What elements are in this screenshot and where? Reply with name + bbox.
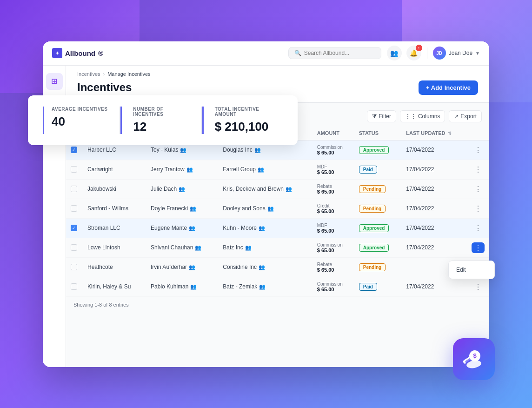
table-row: Cartwright Jerry Trantow 👥 Farrell Group… bbox=[66, 160, 489, 179]
users-icon: 👥 bbox=[390, 49, 398, 57]
row-menu-btn-2[interactable]: ⋮ bbox=[472, 164, 485, 175]
stat-total-label: Total Incentive Amount bbox=[215, 107, 272, 117]
row-updated-6: 17/04/2022 bbox=[401, 238, 467, 257]
row-amount-7: Rebate $ 65.00 bbox=[313, 257, 354, 277]
search-input[interactable] bbox=[304, 50, 375, 56]
nav-icons: 👥 🔔 1 bbox=[387, 46, 421, 60]
export-icon: ↗ bbox=[454, 113, 459, 120]
table-row: Sanford - Willms Doyle Franecki 👥 Dooley… bbox=[66, 199, 489, 218]
row-menu-btn-8[interactable]: ⋮ bbox=[472, 281, 485, 292]
row-menu-btn-1[interactable]: ⋮ bbox=[472, 145, 485, 155]
partner-of-icon: 👥 bbox=[245, 245, 252, 251]
columns-icon: ⋮⋮ bbox=[405, 113, 416, 120]
row-amount-4: Credit $ 65.00 bbox=[313, 199, 354, 218]
row-amount-6: Commission $ 65.00 bbox=[313, 238, 354, 257]
row-partner-8: Kirlin, Haley & Su bbox=[83, 277, 146, 296]
app-window: ✦ Allbound® 🔍 👥 🔔 1 JD Joan Doe ▼ ⊞ bbox=[43, 41, 489, 367]
row-partner-of-2: Farrell Group 👥 bbox=[223, 166, 307, 173]
row-partner-7: Heathcote bbox=[83, 257, 146, 277]
breadcrumb-current: Manage Incentives bbox=[107, 71, 150, 77]
row-status-8: Paid bbox=[359, 283, 377, 291]
breadcrumb-separator: › bbox=[103, 71, 105, 77]
breadcrumb-parent[interactable]: Incentives bbox=[77, 71, 100, 77]
search-icon: 🔍 bbox=[294, 50, 301, 56]
row-checkbox-7[interactable] bbox=[71, 264, 77, 270]
row-checkbox-6[interactable] bbox=[71, 244, 77, 251]
incentives-table: PARTNER PARTNER USER PARTNER OF AMOUNT S… bbox=[66, 126, 489, 297]
row-status-1: Approved bbox=[359, 146, 389, 154]
table-row: Heathcote Irvin Aufderhar 👥 Considine In… bbox=[66, 257, 489, 277]
stat-average-value: 40 bbox=[52, 114, 108, 129]
row-menu-btn-6[interactable]: ⋮ bbox=[472, 242, 485, 253]
partner-of-icon: 👥 bbox=[286, 186, 292, 192]
svg-text:$: $ bbox=[473, 352, 477, 359]
row-checkbox-1[interactable]: ✓ bbox=[71, 147, 77, 153]
row-checkbox-2[interactable] bbox=[71, 166, 77, 173]
row-menu-btn-5[interactable]: ⋮ bbox=[472, 223, 485, 234]
table-row: Jakubowski Julie Dach 👥 Kris, Deckow and… bbox=[66, 179, 489, 199]
stat-average-label: Average Incentives bbox=[52, 107, 108, 112]
partner-user-icon: 👥 bbox=[195, 245, 201, 251]
columns-label: Columns bbox=[418, 113, 440, 120]
col-status: STATUS bbox=[354, 126, 402, 140]
notification-badge: 1 bbox=[416, 45, 422, 51]
row-amount-5: MDF $ 65.00 bbox=[313, 218, 354, 238]
row-user-6: Shivani Chauhan 👥 bbox=[151, 244, 213, 251]
partner-of-icon: 👥 bbox=[267, 206, 274, 212]
col-updated: LAST UPDATED ⇅ bbox=[401, 126, 467, 140]
filter-button[interactable]: ⧩ Filter bbox=[367, 110, 396, 122]
breadcrumb: Incentives › Manage Incentives bbox=[77, 71, 478, 77]
row-partner-of-5: Kuhn - Moore 👥 bbox=[223, 225, 307, 231]
row-updated-2: 17/04/2022 bbox=[401, 160, 467, 179]
chevron-down-icon: ▼ bbox=[475, 51, 480, 56]
app-icon: $ bbox=[453, 338, 495, 380]
stat-number-label: Number of Incentives bbox=[133, 107, 190, 117]
page-title: Incentives bbox=[77, 81, 132, 94]
row-partner-of-4: Dooley and Sons 👥 bbox=[223, 205, 307, 212]
sidebar-item-grid[interactable]: ⊞ bbox=[46, 73, 63, 90]
stats-card: Average Incentives 40 Number of Incentiv… bbox=[28, 95, 298, 145]
row-amount-8: Commission $ 65.00 bbox=[313, 277, 354, 296]
showing-text: Showing 1-8 of 8 entries bbox=[73, 302, 129, 308]
row-updated-5: 17/04/2022 bbox=[401, 218, 467, 238]
table-footer: Showing 1-8 of 8 entries bbox=[66, 297, 489, 312]
row-status-6: Approved bbox=[359, 244, 389, 252]
table-row: Lowe Lintosh Shivani Chauhan 👥 Batz Inc … bbox=[66, 238, 489, 257]
export-button[interactable]: ↗ Export bbox=[449, 110, 482, 122]
table-row: ✓ Stroman LLC Eugene Mante 👥 Kuhn - Moor… bbox=[66, 218, 489, 238]
stat-number: Number of Incentives 12 bbox=[120, 107, 202, 134]
row-partner-of-8: Batz - Zemlak 👥 bbox=[223, 283, 307, 290]
row-amount-3: Rebate $ 65.00 bbox=[313, 179, 354, 199]
search-bar[interactable]: 🔍 bbox=[288, 47, 381, 59]
row-partner-2: Cartwright bbox=[83, 160, 146, 179]
row-updated-3: 17/04/2022 bbox=[401, 179, 467, 199]
partner-user-icon: 👥 bbox=[186, 167, 193, 173]
partner-user-icon: 👥 bbox=[189, 264, 195, 270]
stat-average: Average Incentives 40 bbox=[43, 107, 120, 134]
export-label: Export bbox=[460, 113, 477, 120]
row-status-3: Pending bbox=[359, 185, 386, 193]
stat-total: Total Incentive Amount $ 210,100 bbox=[202, 107, 283, 134]
partner-of-icon: 👥 bbox=[254, 147, 261, 153]
row-checkbox-5[interactable]: ✓ bbox=[71, 225, 77, 231]
columns-button[interactable]: ⋮⋮ Columns bbox=[400, 110, 445, 122]
row-partner-of-3: Kris, Deckow and Brown 👥 bbox=[223, 186, 307, 192]
add-incentive-button[interactable]: + Add Incentive bbox=[419, 80, 478, 95]
notification-btn[interactable]: 🔔 1 bbox=[406, 46, 421, 60]
row-checkbox-3[interactable] bbox=[71, 186, 77, 192]
row-menu-btn-3[interactable]: ⋮ bbox=[472, 184, 485, 194]
filter-icon: ⧩ bbox=[372, 113, 377, 120]
users-icon-btn[interactable]: 👥 bbox=[387, 46, 402, 60]
stat-number-value: 12 bbox=[133, 120, 190, 134]
top-nav: ✦ Allbound® 🔍 👥 🔔 1 JD Joan Doe ▼ bbox=[43, 41, 489, 66]
stat-total-value: $ 210,100 bbox=[215, 120, 272, 134]
row-checkbox-4[interactable] bbox=[71, 205, 77, 212]
user-menu[interactable]: JD Joan Doe ▼ bbox=[433, 47, 480, 60]
row-partner-4: Sanford - Willms bbox=[83, 199, 146, 218]
context-edit[interactable]: Edit bbox=[449, 264, 494, 276]
table-row: Kirlin, Haley & Su Pablo Kuhlman 👥 Batz … bbox=[66, 277, 489, 296]
row-updated-1: 17/04/2022 bbox=[401, 140, 467, 160]
row-menu-btn-4[interactable]: ⋮ bbox=[472, 203, 485, 214]
row-checkbox-8[interactable] bbox=[71, 283, 77, 290]
row-partner-of-1: Douglas Inc 👥 bbox=[223, 147, 307, 153]
